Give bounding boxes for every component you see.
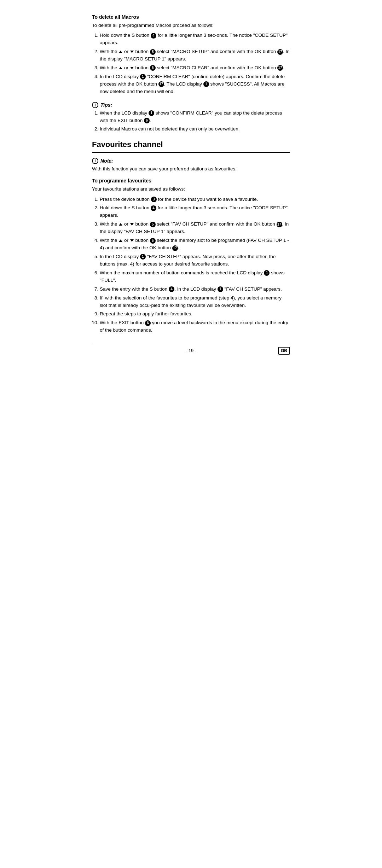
- button-4-icon: 4: [169, 286, 174, 292]
- arrow-down-icon: [130, 239, 134, 242]
- button-5-icon: 5: [150, 238, 156, 244]
- arrow-up-icon: [119, 67, 122, 69]
- button-1-icon: 1: [149, 110, 154, 116]
- tips-header: i Tips:: [92, 102, 290, 108]
- programme-favourites-intro: Your favourite stations are saved as fol…: [92, 186, 290, 193]
- favourites-channel-title: Favourites channel: [92, 140, 290, 149]
- button-17-icon: 17: [277, 49, 283, 55]
- button-5-icon: 5: [150, 49, 156, 55]
- tips-list: When the LCD display 1 shows "CONFIRM CL…: [100, 110, 290, 133]
- step-item: With the or button 5 select "FAV CH SETU…: [100, 221, 290, 235]
- tip-item: Individual Macros can not be deleted the…: [100, 126, 290, 133]
- step-item: Hold down the S button 4 for a little lo…: [100, 32, 290, 47]
- page-number: - 19 -: [186, 348, 196, 353]
- step-item: With the or button 5 select the memory s…: [100, 237, 290, 252]
- button-1-icon: 1: [203, 81, 209, 87]
- arrow-up-icon: [119, 239, 122, 242]
- programme-favourites-heading: To programme favourites: [92, 178, 290, 183]
- button-1-icon: 1: [264, 270, 270, 276]
- info-icon: i: [92, 158, 98, 164]
- note-body: With this function you can save your pre…: [92, 165, 290, 173]
- delete-macros-steps: Hold down the S button 4 for a little lo…: [100, 32, 290, 95]
- note-header: i Note:: [92, 158, 290, 164]
- button-5-icon: 5: [150, 65, 156, 71]
- step-item: With the EXIT button 6 you move a level …: [100, 319, 290, 334]
- arrow-down-icon: [130, 223, 134, 226]
- step-item: Hold down the S button 4 for a little lo…: [100, 204, 290, 219]
- step-item: With the or button 5 select "MACRO CLEAR…: [100, 64, 290, 72]
- button-3-icon: 3: [151, 197, 157, 202]
- button-4-icon: 4: [151, 33, 156, 39]
- button-17-icon: 17: [172, 245, 178, 251]
- step-item: Press the device button 3 for the device…: [100, 196, 290, 203]
- delete-macros-heading: To delete all Macros: [92, 14, 290, 20]
- step-item: If, with the selection of the favourites…: [100, 295, 290, 309]
- gb-badge: GB: [278, 347, 290, 355]
- step-item: With the or button 5 select "MACRO SETUP…: [100, 48, 290, 63]
- button-1-icon: 1: [140, 254, 146, 260]
- button-5-icon: 5: [150, 222, 156, 227]
- button-1-icon: 1: [218, 286, 223, 292]
- arrow-down-icon: [130, 67, 134, 69]
- tips-label: Tips:: [100, 102, 112, 108]
- delete-macros-intro: To delete all pre-programmed Macros proc…: [92, 22, 290, 29]
- arrow-up-icon: [119, 223, 122, 226]
- step-item: In the LCD display 1 "FAV CH STEP" appea…: [100, 253, 290, 268]
- step-item: Save the entry with the S button 4. In t…: [100, 286, 290, 293]
- info-icon: i: [92, 102, 98, 108]
- button-17-icon: 17: [277, 65, 283, 71]
- programme-favourites-section: To programme favourites Your favourite s…: [92, 178, 290, 334]
- page-footer: - 19 - GB: [92, 345, 290, 353]
- button-6-icon: 6: [144, 118, 150, 123]
- step-item: When the maximum number of button comman…: [100, 269, 290, 284]
- button-1-icon: 1: [140, 74, 146, 80]
- arrow-down-icon: [130, 51, 134, 53]
- note-label: Note:: [100, 158, 113, 164]
- step-item: In the LCD display 1 "CONFIRM CLEAR" (co…: [100, 73, 290, 95]
- delete-macros-section: To delete all Macros To delete all pre-p…: [92, 14, 290, 95]
- button-6-icon: 6: [145, 320, 151, 326]
- tip-item: When the LCD display 1 shows "CONFIRM CL…: [100, 110, 290, 124]
- tips-section: i Tips: When the LCD display 1 shows "CO…: [92, 102, 290, 133]
- button-17-icon: 17: [158, 81, 164, 87]
- button-17-icon: 17: [277, 222, 282, 227]
- note-section: i Note: With this function you can save …: [92, 158, 290, 173]
- page-content: To delete all Macros To delete all pre-p…: [92, 14, 290, 353]
- section-divider: [92, 152, 290, 153]
- button-4-icon: 4: [151, 205, 156, 211]
- programme-favourites-steps: Press the device button 3 for the device…: [100, 196, 290, 334]
- step-item: Repeat the steps to apply further favour…: [100, 310, 290, 318]
- arrow-up-icon: [119, 51, 122, 53]
